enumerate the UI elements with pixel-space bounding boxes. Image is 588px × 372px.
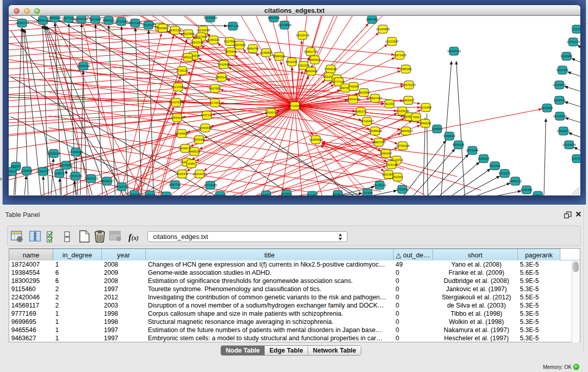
svg-text:2803144: 2803144 [215, 76, 228, 79]
svg-text:12213382: 12213382 [171, 85, 185, 89]
svg-text:14055714: 14055714 [15, 21, 29, 25]
svg-text:10973493: 10973493 [393, 54, 407, 57]
svg-text:8912954: 8912954 [182, 32, 194, 35]
svg-text:19166825: 19166825 [175, 132, 189, 135]
svg-text:9245652: 9245652 [520, 188, 533, 191]
svg-text:18300213: 18300213 [265, 111, 278, 114]
svg-text:8990443: 8990443 [305, 70, 317, 73]
svg-text:9227343: 9227343 [556, 69, 569, 72]
svg-text:9084067: 9084067 [380, 152, 392, 155]
svg-text:20206535: 20206535 [47, 152, 61, 155]
svg-text:6466160: 6466160 [102, 19, 115, 22]
svg-text:18807249: 18807249 [372, 141, 386, 144]
svg-text:872341: 872341 [281, 192, 292, 195]
svg-text:746266: 746266 [349, 85, 359, 88]
svg-text:116753: 116753 [572, 157, 580, 160]
svg-text:10654925: 10654925 [170, 116, 184, 119]
svg-text:12923468: 12923468 [160, 194, 173, 195]
svg-text:7515526: 7515526 [142, 24, 155, 27]
svg-text:19654923: 19654923 [399, 129, 413, 133]
svg-text:11123: 11123 [573, 28, 580, 31]
svg-text:6879197: 6879197 [452, 143, 465, 146]
svg-text:17359928: 17359928 [69, 150, 83, 154]
svg-text:114519: 114519 [54, 172, 64, 175]
svg-text:8813054: 8813054 [268, 16, 280, 19]
svg-text:18724007: 18724007 [288, 104, 302, 107]
svg-text:16543362: 16543362 [190, 41, 204, 44]
svg-text:817004: 817004 [210, 101, 221, 104]
svg-text:39151: 39151 [9, 170, 16, 173]
svg-text:1292346: 1292346 [214, 194, 226, 195]
svg-text:62160: 62160 [385, 102, 394, 105]
svg-text:16210643: 16210643 [553, 115, 567, 118]
svg-text:15716485: 15716485 [204, 184, 217, 187]
svg-text:9777169: 9777169 [333, 80, 345, 83]
svg-text:16154808: 16154808 [376, 28, 390, 31]
svg-text:14136141: 14136141 [373, 184, 387, 187]
svg-text:5822037: 5822037 [286, 60, 298, 63]
svg-text:2718126: 2718126 [176, 69, 188, 72]
svg-text:8160123: 8160123 [169, 29, 181, 32]
svg-text:12093872: 12093872 [553, 83, 567, 86]
svg-text:13226058: 13226058 [197, 29, 210, 32]
svg-text:6794028: 6794028 [324, 68, 337, 71]
svg-text:7986372: 7986372 [355, 110, 367, 113]
svg-text:9146821: 9146821 [260, 51, 272, 54]
svg-text:12942757: 12942757 [36, 170, 50, 173]
svg-text:8186323: 8186323 [207, 38, 220, 41]
svg-text:12213967: 12213967 [385, 40, 399, 43]
svg-text:9242845: 9242845 [217, 63, 230, 66]
svg-text:12923468: 12923468 [128, 193, 142, 195]
svg-text:913452: 913452 [307, 194, 318, 195]
svg-text:9899695: 9899695 [419, 122, 431, 125]
svg-text:3267110: 3267110 [201, 114, 213, 117]
svg-text:10653267: 10653267 [48, 16, 62, 19]
svg-text:1615132: 1615132 [385, 163, 398, 166]
svg-text:7857224: 7857224 [227, 25, 239, 28]
svg-text:5498222: 5498222 [188, 150, 201, 153]
svg-text:7955812: 7955812 [309, 58, 321, 61]
svg-text:16914479: 16914479 [193, 172, 207, 176]
svg-text:8427552: 8427552 [209, 87, 221, 90]
svg-text:1244415: 1244415 [553, 99, 565, 102]
svg-text:3824554: 3824554 [358, 91, 370, 94]
svg-text:12975115: 12975115 [402, 83, 416, 86]
svg-text:9327506: 9327506 [195, 35, 207, 38]
svg-text:834012: 834012 [333, 193, 343, 195]
svg-text:9474444: 9474444 [466, 149, 478, 152]
svg-text:3875685: 3875685 [225, 50, 237, 53]
svg-text:5938923: 5938923 [443, 135, 455, 138]
svg-text:13325419: 13325419 [296, 34, 310, 37]
svg-text:20053346: 20053346 [77, 64, 91, 68]
svg-text:10653267: 10653267 [75, 17, 89, 20]
svg-text:2087682: 2087682 [366, 18, 378, 21]
svg-text:1362675: 1362675 [297, 64, 310, 67]
svg-text:17016504: 17016504 [562, 143, 576, 146]
svg-text:10807457: 10807457 [368, 97, 382, 100]
svg-text:1527602: 1527602 [89, 18, 101, 21]
svg-text:10719185: 10719185 [115, 20, 128, 23]
svg-text:15692971: 15692971 [557, 129, 571, 133]
svg-text:16107554: 16107554 [169, 101, 183, 104]
svg-text:252254: 252254 [393, 176, 403, 179]
svg-text:2588520: 2588520 [273, 55, 285, 58]
svg-text:9115460: 9115460 [420, 106, 432, 109]
svg-text:1156829: 1156829 [21, 169, 33, 172]
svg-text:8215955: 8215955 [541, 106, 553, 110]
svg-text:16671385: 16671385 [128, 21, 142, 25]
svg-text:7663822: 7663822 [157, 27, 169, 30]
svg-text:17957225: 17957225 [84, 177, 98, 180]
svg-text:10977991: 10977991 [62, 17, 76, 20]
svg-text:15720407: 15720407 [360, 120, 374, 123]
svg-text:9489: 9489 [188, 162, 195, 165]
svg-text:2967608: 2967608 [233, 43, 246, 47]
svg-text:1733426: 1733426 [396, 188, 408, 191]
svg-text:16033809: 16033809 [204, 16, 217, 19]
svg-text:10756928: 10756928 [396, 144, 410, 147]
svg-text:7625402: 7625402 [176, 172, 188, 176]
svg-text:8454749: 8454749 [247, 47, 259, 50]
svg-text:164095: 164095 [432, 127, 443, 130]
svg-text:19384554: 19384554 [309, 138, 323, 141]
svg-text:15751074: 15751074 [567, 40, 580, 43]
svg-text:12505135: 12505135 [69, 174, 82, 178]
